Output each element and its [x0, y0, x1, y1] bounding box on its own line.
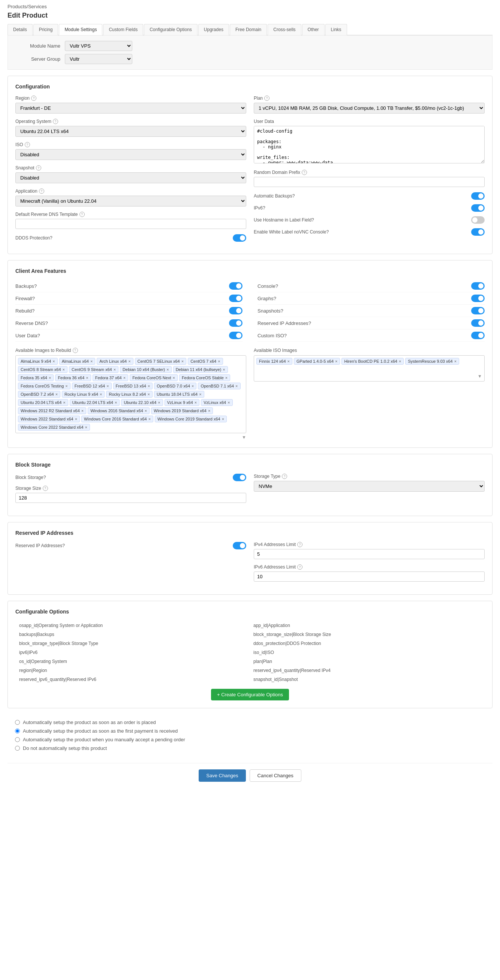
- tag-remove-icon[interactable]: ×: [113, 367, 116, 372]
- application-select[interactable]: Minecraft (Vanilla) on Ubuntu 22.04: [15, 196, 246, 207]
- tab-links[interactable]: Links: [325, 24, 347, 35]
- tab-module-settings[interactable]: Module Settings: [59, 24, 102, 35]
- feature-toggle-reserved-ip-addresses[interactable]: [471, 319, 485, 327]
- feature-toggle-firewall[interactable]: [229, 294, 242, 302]
- ddos-toggle[interactable]: [233, 234, 246, 242]
- feature-help-custom-iso[interactable]: ?: [284, 333, 287, 339]
- tag-remove-icon[interactable]: ×: [145, 409, 147, 413]
- ipv6-help-icon[interactable]: ?: [263, 205, 265, 211]
- iso-dropdown-icon[interactable]: ▼: [478, 374, 482, 379]
- tag-remove-icon[interactable]: ×: [115, 400, 117, 405]
- save-button[interactable]: Save Changes: [199, 769, 245, 782]
- ipv4-limit-help-icon[interactable]: ?: [297, 542, 303, 547]
- images-dropdown-icon[interactable]: ▼: [242, 435, 246, 440]
- feature-help-snapshots[interactable]: ?: [280, 308, 283, 314]
- tab-free-domain[interactable]: Free Domain: [230, 24, 267, 35]
- tag-remove-icon[interactable]: ×: [90, 359, 92, 364]
- feature-toggle-snapshots[interactable]: [471, 307, 485, 314]
- tag-remove-icon[interactable]: ×: [218, 359, 220, 364]
- feature-toggle-rebuild[interactable]: [229, 307, 242, 314]
- feature-toggle-backups[interactable]: [229, 282, 242, 290]
- region-help-icon[interactable]: ?: [31, 95, 37, 101]
- tab-pricing[interactable]: Pricing: [33, 24, 59, 35]
- white-label-toggle[interactable]: [471, 228, 485, 236]
- hostname-label-toggle[interactable]: [471, 216, 485, 224]
- tag-remove-icon[interactable]: ×: [123, 375, 126, 380]
- tag-remove-icon[interactable]: ×: [223, 367, 225, 372]
- iso-select[interactable]: Disabled: [15, 149, 246, 160]
- iso-help-icon[interactable]: ?: [25, 142, 30, 147]
- tag-remove-icon[interactable]: ×: [53, 359, 55, 364]
- setup-radio-no-auto[interactable]: [15, 746, 20, 751]
- tag-remove-icon[interactable]: ×: [107, 384, 109, 388]
- storage-type-select[interactable]: NVMe: [254, 481, 485, 492]
- ipv4-limit-input[interactable]: 5: [254, 549, 485, 559]
- tag-remove-icon[interactable]: ×: [222, 417, 224, 421]
- auto-backups-help-icon[interactable]: ?: [292, 193, 295, 199]
- tag-remove-icon[interactable]: ×: [148, 384, 150, 388]
- iso-tag-remove-icon[interactable]: ×: [454, 359, 457, 364]
- default-rdns-help-icon[interactable]: ?: [80, 212, 85, 217]
- random-domain-input[interactable]: [254, 177, 485, 187]
- feature-toggle-reverse-dns[interactable]: [229, 319, 242, 327]
- tag-remove-icon[interactable]: ×: [63, 400, 65, 405]
- iso-tag-remove-icon[interactable]: ×: [335, 359, 338, 364]
- feature-toggle-user-data[interactable]: [229, 332, 242, 339]
- iso-tag-remove-icon[interactable]: ×: [399, 359, 401, 364]
- os-help-icon[interactable]: ?: [53, 119, 58, 124]
- snapshot-help-icon[interactable]: ?: [36, 165, 41, 170]
- tag-remove-icon[interactable]: ×: [85, 425, 88, 430]
- ipv6-limit-input[interactable]: 10: [254, 571, 485, 582]
- application-help-icon[interactable]: ?: [39, 188, 44, 194]
- feature-toggle-console[interactable]: [471, 282, 485, 290]
- available-images-help-icon[interactable]: ?: [73, 348, 78, 353]
- feature-help-console[interactable]: ?: [275, 283, 278, 289]
- feature-help-graphs[interactable]: ?: [274, 296, 276, 301]
- server-group-select[interactable]: Vultr: [65, 54, 132, 64]
- setup-radio-auto-payment[interactable]: [15, 729, 20, 733]
- tag-remove-icon[interactable]: ×: [62, 367, 65, 372]
- tag-remove-icon[interactable]: ×: [228, 400, 230, 405]
- cancel-button[interactable]: Cancel Changes: [250, 769, 301, 782]
- tab-upgrades[interactable]: Upgrades: [198, 24, 229, 35]
- setup-radio-auto-manual[interactable]: [15, 737, 20, 742]
- feature-help-firewall[interactable]: ?: [32, 296, 35, 301]
- feature-help-reserved-ip-addresses[interactable]: ?: [309, 320, 311, 326]
- tag-remove-icon[interactable]: ×: [182, 359, 184, 364]
- tab-configurable-options[interactable]: Configurable Options: [144, 24, 197, 35]
- user-data-textarea[interactable]: #cloud-config packages: - nginx write_fi…: [254, 126, 485, 163]
- tag-remove-icon[interactable]: ×: [194, 400, 197, 405]
- storage-size-input[interactable]: 128: [15, 493, 246, 503]
- tag-remove-icon[interactable]: ×: [208, 409, 210, 413]
- ipv6-limit-help-icon[interactable]: ?: [297, 565, 303, 570]
- feature-toggle-graphs[interactable]: [471, 294, 485, 302]
- region-select[interactable]: Frankfurt - DE: [15, 103, 246, 113]
- tag-remove-icon[interactable]: ×: [158, 400, 160, 405]
- reserved-ip-toggle[interactable]: [233, 542, 246, 549]
- feature-help-user-data[interactable]: ?: [38, 333, 40, 339]
- ddos-help-icon[interactable]: ?: [50, 235, 53, 240]
- block-storage-help-icon[interactable]: ?: [43, 475, 46, 480]
- tab-cross-sells[interactable]: Cross-sells: [268, 24, 301, 35]
- snapshot-select[interactable]: Disabled: [15, 172, 246, 183]
- tab-other[interactable]: Other: [302, 24, 325, 35]
- hostname-label-help-icon[interactable]: ?: [312, 217, 314, 223]
- tag-remove-icon[interactable]: ×: [199, 392, 201, 396]
- tab-custom-fields[interactable]: Custom Fields: [103, 24, 143, 35]
- feature-toggle-custom-iso[interactable]: [471, 332, 485, 339]
- feature-help-reverse-dns[interactable]: ?: [45, 320, 48, 326]
- tag-remove-icon[interactable]: ×: [148, 417, 151, 421]
- block-storage-toggle[interactable]: [233, 474, 246, 481]
- iso-tag-remove-icon[interactable]: ×: [288, 359, 290, 364]
- reserved-ip-help-icon[interactable]: ?: [62, 543, 65, 548]
- auto-backups-toggle[interactable]: [471, 192, 485, 200]
- tag-remove-icon[interactable]: ×: [81, 409, 84, 413]
- plan-help-icon[interactable]: ?: [264, 95, 269, 101]
- tag-remove-icon[interactable]: ×: [65, 384, 67, 388]
- tag-remove-icon[interactable]: ×: [148, 392, 150, 396]
- tag-remove-icon[interactable]: ×: [49, 375, 51, 380]
- plan-select[interactable]: 1 vCPU, 1024 MB RAM, 25 GB Disk, Cloud C…: [254, 103, 485, 113]
- tag-remove-icon[interactable]: ×: [166, 367, 169, 372]
- tag-remove-icon[interactable]: ×: [56, 392, 58, 396]
- storage-type-help-icon[interactable]: ?: [282, 474, 287, 479]
